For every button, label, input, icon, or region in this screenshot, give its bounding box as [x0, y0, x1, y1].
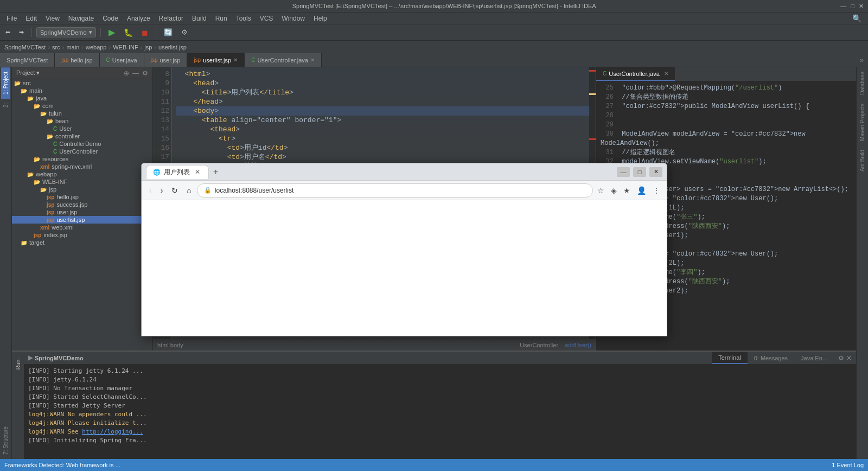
close-btn[interactable]: ✕ [859, 3, 864, 10]
update-btn[interactable]: 🔄 [161, 27, 176, 39]
tree-item-bean[interactable]: 📂bean [12, 117, 152, 125]
breadcrumb-part[interactable]: src [52, 44, 60, 50]
breadcrumb-part[interactable]: jsp [144, 44, 152, 50]
toolbar-forward-btn[interactable]: ➡ [16, 27, 27, 39]
minimize-btn[interactable]: — [840, 3, 846, 10]
tree-item-usercontroller[interactable]: CUserController [12, 148, 152, 155]
close-icon[interactable]: ✕ [664, 71, 668, 77]
bottom-tab-terminal[interactable]: Terminal [712, 352, 748, 364]
vtab-2[interactable]: 2: [1, 99, 10, 112]
maximize-btn[interactable]: □ [851, 3, 854, 10]
tab-close-icon[interactable]: ✕ [233, 57, 238, 63]
bottom-close-icon[interactable]: ✕ [846, 354, 852, 362]
tab-close-icon[interactable]: ✕ [310, 57, 315, 63]
browser-ext-2[interactable]: ★ [621, 184, 633, 197]
tab-user-java[interactable]: C User.java [100, 53, 144, 67]
bottom-tab-messages[interactable]: 0: Messages [748, 353, 794, 364]
browser-home-btn[interactable]: ⌂ [183, 184, 194, 197]
browser-minimize-btn[interactable]: — [617, 167, 630, 177]
breadcrumb-part[interactable]: WEB-INF [113, 44, 138, 50]
vtab-project[interactable]: 1: Project [1, 67, 10, 99]
tree-item-userlist-jsp[interactable]: jspuserlist.jsp [12, 216, 152, 224]
run-button[interactable]: ▶ [105, 27, 118, 39]
tree-item-controllerdemo[interactable]: CControllerDemo [12, 140, 152, 148]
stop-button[interactable]: ◼ [138, 27, 151, 39]
tree-item-user[interactable]: CUser [12, 125, 152, 132]
vtab-structure[interactable]: 7: Structure [1, 422, 10, 459]
bottom-tab-java[interactable]: Java En... [794, 353, 834, 364]
menu-window[interactable]: Window [277, 14, 309, 23]
menu-build[interactable]: Build [188, 14, 211, 23]
panel-sync-icon[interactable]: ⊕ [124, 69, 129, 77]
tree-item-controller[interactable]: 📂controller [12, 132, 152, 140]
tree-item-com[interactable]: 📂com [12, 102, 152, 110]
tree-item-src[interactable]: 📂src [12, 79, 152, 87]
tree-item-tulun[interactable]: 📂tulun [12, 110, 152, 117]
search-everywhere-btn[interactable]: 🔍 [848, 13, 866, 24]
browser-tab-userlist[interactable]: 🌐 用户列表 ✕ [146, 165, 209, 179]
browser-menu-btn[interactable]: ⋮ [650, 184, 662, 197]
vtab-ant[interactable]: Ant Build [858, 145, 867, 176]
menu-navigate[interactable]: Navigate [64, 14, 98, 23]
tree-item-java[interactable]: 📂java [12, 94, 152, 102]
toolbar-back-btn[interactable]: ⬅ [2, 27, 14, 39]
tree-item-spring-mvc-xml[interactable]: xmlspring-mvc.xml [12, 163, 152, 170]
debug-button[interactable]: 🐛 [120, 27, 136, 39]
browser-close-btn[interactable]: ✕ [649, 167, 662, 177]
jsp-icon: jsp [151, 57, 158, 63]
tab-more-btn[interactable]: » [856, 53, 868, 67]
settings-btn[interactable]: ⚙ [178, 27, 191, 39]
menu-view[interactable]: View [41, 14, 64, 23]
tree-item-webapp[interactable]: 📂webapp [12, 170, 152, 178]
browser-maximize-btn[interactable]: □ [633, 167, 646, 177]
tree-item-hello-jsp[interactable]: jsphello.jsp [12, 193, 152, 201]
menu-edit[interactable]: Edit [21, 14, 41, 23]
browser-tab-close-btn[interactable]: ✕ [193, 168, 202, 176]
browser-refresh-btn[interactable]: ↻ [168, 184, 181, 197]
warning-marker [589, 93, 596, 95]
vtab-database[interactable]: Database [858, 67, 867, 99]
breadcrumb-part[interactable]: webapp [86, 44, 107, 50]
tree-item-target[interactable]: 📁target [12, 239, 152, 246]
menu-code[interactable]: Code [98, 14, 123, 23]
breadcrumb-part[interactable]: userlist.jsp [158, 44, 187, 50]
menu-vcs[interactable]: VCS [256, 14, 278, 23]
panel-settings-icon[interactable]: ⚙ [142, 69, 148, 77]
tree-item-web-inf[interactable]: 📂WEB-INF [12, 178, 152, 186]
tab-hello-jsp[interactable]: jsp hello.jsp [55, 53, 99, 67]
menu-run[interactable]: Run [211, 14, 232, 23]
browser-profile-btn[interactable]: 👤 [635, 184, 648, 197]
bottom-settings-icon[interactable]: ⚙ [838, 354, 844, 362]
tree-item-user-jsp[interactable]: jspuser.jsp [12, 208, 152, 216]
breadcrumb-part[interactable]: main [66, 44, 79, 50]
project-dropdown[interactable]: SpringMVCDemo ▾ [36, 27, 96, 37]
vtab-run[interactable]: Run: [14, 354, 23, 374]
right-tab-usercontroller[interactable]: C UserController.java ✕ [596, 67, 675, 81]
tab-springmvctest[interactable]: SpringMVCTest [0, 53, 55, 67]
log-link[interactable]: http://logging... [82, 428, 143, 435]
menu-tools[interactable]: Tools [232, 14, 256, 23]
browser-forward-btn[interactable]: › [157, 184, 167, 197]
event-log-label[interactable]: 1 Event Log [832, 462, 864, 468]
bookmark-btn[interactable]: ☆ [595, 184, 607, 197]
breadcrumb-part[interactable]: SpringMVCTest [4, 44, 46, 50]
menu-help[interactable]: Help [309, 14, 331, 23]
url-bar[interactable]: 🔒 localhost:8088/user/userlist [197, 183, 593, 198]
vtab-maven[interactable]: Maven Projects [858, 99, 867, 145]
menu-file[interactable]: File [2, 14, 21, 23]
tab-usercontroller-java[interactable]: C UserController.java ✕ [245, 53, 322, 67]
browser-ext-1[interactable]: ◈ [609, 184, 619, 197]
tree-item-web-xml[interactable]: xmlweb.xml [12, 224, 152, 231]
menu-analyze[interactable]: Analyze [123, 14, 155, 23]
browser-back-btn[interactable]: ‹ [146, 184, 155, 197]
tree-item-success-jsp[interactable]: jspsuccess.jsp [12, 201, 152, 208]
tree-item-resources[interactable]: 📂resources [12, 155, 152, 163]
menu-refactor[interactable]: Refactor [155, 14, 188, 23]
browser-new-tab-btn[interactable]: + [209, 165, 222, 179]
tree-item-index-jsp[interactable]: jspindex.jsp [12, 231, 152, 239]
tree-item-main[interactable]: 📂main [12, 87, 152, 94]
tree-item-jsp[interactable]: 📂jsp [12, 186, 152, 193]
tab-userlist-jsp[interactable]: jsp userlist.jsp ✕ [187, 53, 245, 67]
panel-collapse-icon[interactable]: — [132, 69, 139, 77]
tab-user-jsp[interactable]: jsp user.jsp [144, 53, 188, 67]
